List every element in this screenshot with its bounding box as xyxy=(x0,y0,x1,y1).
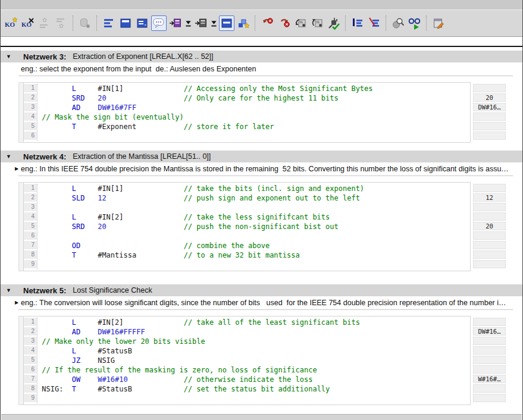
wizard-icon[interactable] xyxy=(236,15,251,31)
network-header[interactable]: ▼Netzwerk 5:Lost Significance Check xyxy=(1,284,522,296)
line-number: 5 xyxy=(24,222,37,231)
network-header[interactable]: ▼Netzwerk 3:Extraction of Exponent [LREA… xyxy=(1,51,522,62)
code-text xyxy=(37,375,72,384)
code-editor-area[interactable]: L #IN[1] // take the bits (incl. sign an… xyxy=(37,184,470,269)
code-line[interactable]: T #Exponent // store it for later xyxy=(37,122,470,131)
monitor-value-cell: DW#16… xyxy=(473,103,506,111)
code-line[interactable]: // If the result of the masking is zero,… xyxy=(37,365,470,375)
network-comment[interactable]: ▶eng.: select the exponent from the inpu… xyxy=(15,62,522,75)
insert-network-above-icon[interactable] xyxy=(37,15,52,31)
code-line[interactable]: SLD 12 // push sign and exponent out to … xyxy=(37,193,470,203)
code-line[interactable] xyxy=(37,231,470,241)
code-line[interactable]: // Mask the sign bit (eventually) xyxy=(37,112,470,122)
redo-icon[interactable] xyxy=(276,15,292,31)
title-strip xyxy=(1,0,522,10)
line-comments-icon[interactable] xyxy=(219,15,234,31)
code-line[interactable]: L #StatusB xyxy=(37,346,470,356)
insert-template-icon[interactable] xyxy=(193,15,209,31)
code-line[interactable]: L #IN[1] // Accessing only the Most Sign… xyxy=(37,84,470,93)
toolbar-separator xyxy=(345,15,346,31)
instruction: T xyxy=(72,123,98,131)
comment-expander-icon[interactable]: ▶ xyxy=(15,166,21,171)
operand: #IN[1] xyxy=(98,84,184,93)
collapse-triangle-icon[interactable]: ▼ xyxy=(6,54,13,59)
code-line[interactable]: L #IN[2] // take the less signififcant b… xyxy=(37,212,470,222)
code-line[interactable]: AD DW#16#FFFFF xyxy=(37,327,470,337)
code-editor-area[interactable]: L #IN[1] // Accessing only the Most Sign… xyxy=(37,84,470,141)
code-line[interactable]: AD DW#16#7FF xyxy=(37,103,470,112)
code-line[interactable] xyxy=(37,203,470,212)
new-data-block-icon[interactable] xyxy=(77,15,93,31)
collapse-triangle-icon[interactable]: ▼ xyxy=(6,287,13,293)
undo-icon[interactable] xyxy=(259,15,275,31)
network-title: Extraction of the Mantissa [LREAL[51.. 0… xyxy=(73,152,211,161)
insert-template-dropdown-icon[interactable] xyxy=(210,15,218,31)
code-line[interactable]: L #IN[1] // take the bits (incl. sign an… xyxy=(37,184,470,193)
operand: DW#16#7FF xyxy=(98,104,136,112)
instruction: L xyxy=(72,184,98,193)
code-line[interactable]: SRD 20 // Only care for the highest 11 b… xyxy=(37,93,470,103)
comment-expander-icon[interactable]: ▶ xyxy=(15,300,21,305)
network-header[interactable]: ▼Netzwerk 4:Extraction of the Mantissa [… xyxy=(1,151,522,162)
connect-icon[interactable] xyxy=(326,15,342,31)
code-box: 123456789 L #IN[2] // take all of the le… xyxy=(23,316,471,405)
comment-divider xyxy=(18,76,513,76)
code-line[interactable]: SRD 20 // push the non-significant bist … xyxy=(37,222,470,231)
comment-divider xyxy=(18,309,513,310)
code-line[interactable]: OD // combine the above xyxy=(37,241,470,250)
line-number: 4 xyxy=(24,212,37,221)
comment-bubble-icon[interactable] xyxy=(151,15,167,31)
toolbar-separator xyxy=(96,15,98,31)
line-number: 6 xyxy=(24,131,37,140)
line-number-gutter: 123456789 xyxy=(24,184,37,269)
network-container: ▼Netzwerk 3:Extraction of Exponent [LREA… xyxy=(1,47,522,405)
code-line[interactable] xyxy=(37,394,470,403)
operand: #StatusB xyxy=(98,347,132,355)
code-line[interactable]: JZ NSIG xyxy=(37,356,470,365)
monitor-value-cell xyxy=(473,384,506,393)
monitor-value-cell xyxy=(473,241,506,249)
collapse-triangle-icon[interactable]: ▼ xyxy=(6,153,13,159)
code-line[interactable]: OW W#16#10 // otherwise indicate the los… xyxy=(37,375,470,384)
code-line[interactable]: L #IN[2] // take all of the least signif… xyxy=(37,318,470,327)
network-comment-icon[interactable] xyxy=(134,15,150,31)
delete-network-icon[interactable]: KO xyxy=(20,15,36,31)
instruction: T xyxy=(72,385,98,393)
code-line[interactable]: NSIG: T #StatusB // set the status bit a… xyxy=(37,384,470,394)
code-line[interactable] xyxy=(37,260,470,269)
monitor-value-cell: W#16#… xyxy=(473,375,506,383)
open-editor-icon[interactable] xyxy=(431,15,446,31)
operand: #IN[1] xyxy=(98,184,184,193)
monitor-value-cell xyxy=(473,260,506,268)
code-line[interactable] xyxy=(37,131,470,141)
network-title-icon[interactable] xyxy=(118,15,133,31)
find-icon[interactable] xyxy=(390,15,406,31)
line-number: 1 xyxy=(24,318,37,327)
code-line[interactable]: T #Mantissa // to a new 32 bit mantissa xyxy=(37,250,470,260)
network-comment[interactable]: ▶eng.: The conversion will loose signifi… xyxy=(15,296,522,309)
code-text xyxy=(37,356,72,365)
code-block: 123456 L #IN[1] // Accessing only the Mo… xyxy=(18,82,522,143)
network-comment[interactable]: ▶eng.: In this IEEE 754 double precision… xyxy=(15,162,522,175)
line-number: 9 xyxy=(24,394,37,403)
insert-network-below-icon[interactable] xyxy=(54,15,69,31)
operand: #Exponent xyxy=(98,123,184,131)
new-network-icon[interactable]: KO xyxy=(4,15,19,31)
watch-icon[interactable] xyxy=(407,15,422,31)
code-editor-area[interactable]: L #IN[2] // take all of the least signif… xyxy=(37,318,470,403)
line-number: 6 xyxy=(24,365,37,374)
insert-symbol-dropdown-icon[interactable] xyxy=(184,15,192,31)
monitor-off-icon[interactable] xyxy=(367,15,382,31)
network-comment-text: eng.: In this IEEE 754 double precision … xyxy=(21,165,509,173)
network-list-icon[interactable] xyxy=(101,15,117,31)
insert-symbol-icon[interactable] xyxy=(168,15,183,31)
operand: #IN[2] xyxy=(98,318,184,327)
inline-comment: // push the non-significant bist out xyxy=(184,222,339,231)
line-number: 4 xyxy=(24,112,37,121)
network-section-4: ▼Netzwerk 4:Extraction of the Mantissa [… xyxy=(1,151,522,271)
code-line[interactable]: // Make only the lower 20 bits visible xyxy=(37,337,470,346)
upload-icon[interactable]: 01 xyxy=(309,15,325,31)
monitor-value-cell xyxy=(473,337,506,345)
download-icon[interactable]: 01 xyxy=(293,15,308,31)
monitor-on-icon[interactable] xyxy=(350,15,365,31)
